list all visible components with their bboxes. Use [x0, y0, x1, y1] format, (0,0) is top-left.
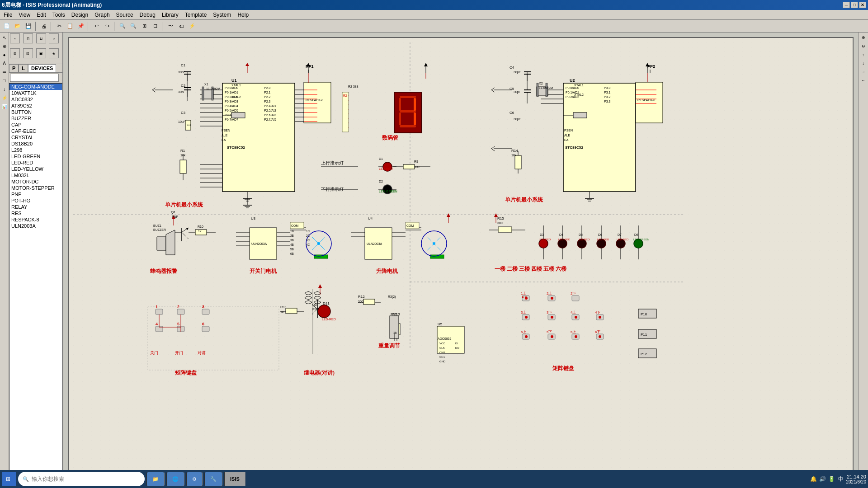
device-cap[interactable]: CAP: [9, 122, 62, 128]
device-motor-dc[interactable]: MOTOR-DC: [9, 178, 62, 185]
device-led-green[interactable]: LED-GREEN: [9, 153, 62, 160]
taskbar-app1[interactable]: ⚙: [186, 472, 203, 486]
right-tool-3[interactable]: ↑: [859, 51, 868, 59]
menu-edit[interactable]: Edit: [34, 11, 49, 19]
right-tool-4[interactable]: ↓: [859, 59, 868, 67]
copy-button[interactable]: 📋: [65, 21, 75, 31]
menu-source[interactable]: Source: [113, 11, 136, 19]
device-led-red[interactable]: LED-RED: [9, 160, 62, 166]
wire-button[interactable]: 〜: [165, 21, 175, 31]
device-motor-stepper[interactable]: MOTOR-STEPPER: [9, 185, 62, 191]
right-tool-5[interactable]: →: [859, 68, 868, 76]
device-10watt1k[interactable]: 10WATT1K: [9, 90, 62, 96]
zoom-fit-button[interactable]: ⊞: [139, 21, 149, 31]
svg-text:11.0592M: 11.0592M: [539, 86, 553, 89]
device-crystal[interactable]: CRYSTAL: [9, 134, 62, 141]
select-tool[interactable]: ↖: [0, 33, 9, 42]
menu-design[interactable]: Design: [69, 11, 91, 19]
svg-text:30pF: 30pF: [178, 90, 185, 94]
maximize-button[interactable]: □: [851, 2, 858, 8]
menu-help[interactable]: Help: [235, 11, 251, 19]
menu-graph[interactable]: Graph: [92, 11, 112, 19]
device-pnp[interactable]: PNP: [9, 191, 62, 197]
tray-network[interactable]: 🔔: [810, 475, 817, 483]
svg-text:3C: 3C: [306, 239, 310, 242]
canvas-area[interactable]: P0.0/AD0 P0.1/AD1 P0.2/AD2 P0.3/AD3 P0.4…: [63, 33, 858, 475]
device-buzzer[interactable]: BUZZER: [9, 115, 62, 122]
redo-button[interactable]: ↪: [102, 21, 112, 31]
menu-view[interactable]: View: [16, 11, 33, 19]
taskbar-app2[interactable]: 🔧: [204, 472, 222, 486]
device-pot-hg[interactable]: POT-HG: [9, 197, 62, 204]
menu-debug[interactable]: Debug: [137, 11, 158, 19]
paste-button[interactable]: 📌: [76, 21, 86, 31]
right-tool-6[interactable]: ←: [859, 76, 868, 84]
taskbar-file-manager[interactable]: 📁: [146, 472, 165, 486]
component-tool[interactable]: ⊕: [0, 42, 9, 50]
schematic-canvas[interactable]: P0.0/AD0 P0.1/AD1 P0.2/AD2 P0.3/AD3 P0.4…: [68, 37, 854, 471]
label-button[interactable]: 🏷: [176, 21, 186, 31]
zoom-out-button[interactable]: 🔍: [128, 21, 138, 31]
device-neg-com-anode[interactable]: NEG-COM-ANODE: [9, 84, 62, 90]
svg-text:单片机最小系统: 单片机最小系统: [505, 197, 543, 203]
taskbar-search[interactable]: 🔍: [18, 472, 145, 486]
device-button[interactable]: BUTTON: [9, 109, 62, 115]
comp-icon-5: ⊠: [10, 48, 20, 58]
device-ds18b20[interactable]: DS18B20: [9, 141, 62, 147]
device-relay[interactable]: RELAY: [9, 204, 62, 210]
device-uln2003a[interactable]: ULN2003A: [9, 223, 62, 229]
zoom-in-button[interactable]: 🔍: [118, 21, 127, 31]
svg-text:P2.2: P2.2: [264, 95, 271, 99]
svg-text:CH1: CH1: [439, 356, 445, 358]
menu-library[interactable]: Library: [159, 11, 181, 19]
tab-l[interactable]: L: [19, 64, 28, 72]
menu-tools[interactable]: Tools: [50, 11, 68, 19]
cut-button[interactable]: ✂: [54, 21, 64, 31]
close-button[interactable]: ✕: [859, 2, 866, 8]
taskbar-isis[interactable]: ISIS: [224, 472, 245, 486]
svg-text:Q3: Q3: [312, 303, 316, 307]
minimize-button[interactable]: ─: [843, 2, 850, 8]
svg-text:R10: R10: [198, 225, 203, 228]
wire-label-tool[interactable]: A: [0, 59, 9, 67]
device-l298[interactable]: L298: [9, 147, 62, 153]
terminal-tool[interactable]: ↓: [0, 85, 9, 93]
tray-battery[interactable]: 🔋: [828, 475, 835, 483]
svg-text:P2.1: P2.1: [264, 91, 271, 94]
taskbar-browser[interactable]: 🌐: [166, 472, 184, 486]
device-cap-elec[interactable]: CAP-ELEC: [9, 128, 62, 134]
device-res[interactable]: RES: [9, 210, 62, 216]
junction-tool[interactable]: ●: [0, 51, 9, 59]
device-led-yellow[interactable]: LED-YELLOW: [9, 166, 62, 172]
tray-volume[interactable]: 🔊: [819, 475, 826, 483]
svg-text:D8: D8: [634, 233, 638, 236]
svg-text:1: 1: [156, 305, 158, 309]
tab-p[interactable]: P: [9, 64, 19, 72]
save-button[interactable]: 💾: [24, 21, 33, 31]
right-tool-2[interactable]: ⊖: [859, 42, 868, 50]
tab-devices[interactable]: DEVICES: [28, 64, 56, 72]
virtual-inst-tool[interactable]: 📊: [0, 102, 9, 110]
device-respack-8[interactable]: RESPACK-8: [9, 216, 62, 223]
tray-lang[interactable]: 中: [837, 475, 844, 483]
component-button[interactable]: ⚡: [187, 21, 197, 31]
device-lm032l[interactable]: LM032L: [9, 172, 62, 178]
menu-system[interactable]: System: [210, 11, 234, 19]
open-button[interactable]: 📂: [13, 21, 23, 31]
menu-file[interactable]: File: [1, 11, 15, 19]
device-at89c52[interactable]: AT89C52: [9, 103, 62, 109]
sub-circuit-tool[interactable]: □: [0, 76, 9, 84]
taskbar-search-input[interactable]: [32, 476, 140, 482]
menu-template[interactable]: Template: [182, 11, 210, 19]
undo-button[interactable]: ↩: [91, 21, 101, 31]
print-button[interactable]: 🖨: [39, 21, 49, 31]
power-tool[interactable]: ⚡: [0, 94, 9, 102]
start-button[interactable]: ⊞: [2, 472, 16, 486]
device-adc0832[interactable]: ADC0832: [9, 96, 62, 103]
device-search[interactable]: [10, 74, 59, 82]
bus-tool[interactable]: ═: [0, 68, 9, 76]
new-button[interactable]: 📄: [2, 21, 12, 31]
zoom-100-button[interactable]: ⊟: [150, 21, 160, 31]
right-tool-1[interactable]: ⊕: [859, 33, 868, 42]
schematic-svg: P0.0/AD0 P0.1/AD1 P0.2/AD2 P0.3/AD3 P0.4…: [69, 38, 853, 470]
